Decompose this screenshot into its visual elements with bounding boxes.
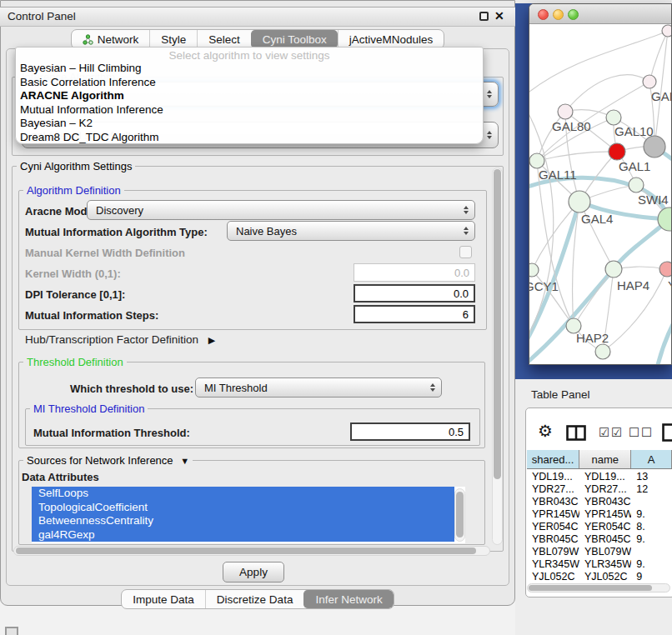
settings-vertical-scrollbar-thumb[interactable]	[494, 169, 501, 479]
algorithm-option[interactable]: Bayesian – K2	[16, 117, 483, 131]
minimized-panel-icon[interactable]	[5, 627, 18, 635]
network-node-gal11[interactable]	[529, 153, 544, 168]
network-node[interactable]	[644, 136, 665, 158]
column-header-name[interactable]: name	[579, 450, 631, 468]
column-header-a[interactable]: A	[631, 450, 672, 468]
table-row[interactable]: YDL19...YDL19...13	[527, 470, 672, 482]
table-row[interactable]: YBR045CYBR045C9.	[527, 532, 672, 545]
network-node-label: HAP4	[617, 278, 649, 292]
network-node-gcy1[interactable]	[529, 263, 539, 277]
combo-arrows-icon	[430, 383, 435, 392]
algorithm-popup-hint: Select algorithm to view settings	[16, 49, 483, 62]
table-cell: YLR345W	[527, 558, 579, 570]
tab-jactivemnodules[interactable]: jActiveMNodules	[338, 30, 444, 48]
table-row[interactable]: YER054CYER054C8.	[527, 520, 672, 532]
table-cell: YBR045C	[527, 533, 579, 545]
settings-gear-icon[interactable]: ⚙	[538, 421, 553, 441]
tab-cyni-toolbox[interactable]: Cyni Toolbox	[251, 30, 338, 48]
table-panel-title: Table Panel	[531, 388, 590, 401]
network-node-label: Y	[668, 278, 671, 292]
tab-infer-network[interactable]: Infer Network	[303, 590, 393, 608]
network-node-swi4[interactable]	[629, 178, 644, 192]
network-node-gal10[interactable]	[606, 110, 621, 125]
table-row[interactable]: YPR145WYPR145W9.	[527, 508, 672, 520]
mi-algorithm-type-combo[interactable]: Naive Bayes	[227, 221, 475, 241]
mi-threshold-input[interactable]: 0.5	[350, 422, 470, 441]
table-cell: 9.	[631, 533, 672, 545]
network-node-gal[interactable]	[643, 75, 656, 88]
column-header-shared-[interactable]: shared...	[527, 450, 579, 468]
attribute-list-item[interactable]: SelfLoops	[32, 487, 454, 501]
algorithm-option[interactable]: Basic Correlation Inference	[16, 76, 483, 90]
attributes-scrollbar-thumb[interactable]	[456, 492, 464, 538]
sources-toggle[interactable]: Sources for Network Inference ▼	[23, 454, 193, 467]
table-cell: YPR145W	[579, 508, 631, 520]
algorithm-option[interactable]: Mutual Information Inference	[16, 103, 483, 118]
network-node-label: GAL80	[552, 119, 591, 133]
manual-kernel-width-label: Manual Kernel Width Definition	[25, 247, 185, 259]
table-row[interactable]: YBR043CYBR043C	[527, 495, 672, 508]
tab-discretize-data[interactable]: Discretize Data	[205, 590, 304, 608]
tab-style[interactable]: Style	[149, 30, 197, 48]
float-window-button[interactable]	[479, 12, 489, 21]
table-cell: 9.	[631, 558, 672, 570]
table-body: YDL19...YDL19...13YDR27...YDR27...12YBR0…	[527, 470, 672, 582]
expand-down-icon: ▼	[180, 456, 189, 466]
select-all-icon[interactable]: ☑☑	[599, 426, 624, 439]
minimize-window-icon[interactable]	[553, 9, 564, 20]
algorithm-option[interactable]: Dream8 DC_TDC Algorithm	[16, 131, 483, 145]
table-row[interactable]: YLR345WYLR345W9.	[527, 558, 672, 570]
tab-impute-data[interactable]: Impute Data	[122, 590, 205, 608]
table-cell: 9.	[631, 508, 672, 520]
table-row[interactable]: YJL052CYJL052C9	[527, 570, 672, 582]
network-node-label: GCY1	[529, 279, 559, 293]
aracne-mode-combo[interactable]: Discovery	[87, 200, 475, 220]
tab-label: Discretize Data	[217, 593, 293, 606]
apply-button[interactable]: Apply	[223, 562, 284, 582]
network-node-gal4[interactable]	[569, 191, 590, 212]
network-node-y[interactable]	[659, 262, 671, 277]
close-panel-button[interactable]: ✕	[494, 9, 504, 22]
deselect-all-icon[interactable]: ☐☐	[629, 426, 654, 439]
tab-select[interactable]: Select	[197, 30, 251, 48]
network-canvas[interactable]: GALGAL80GAL10GAL1GAL11SWI4GAL4GCY1HAP4YH…	[529, 24, 671, 364]
expand-right-icon: ▶	[208, 335, 215, 345]
manual-kernel-width-checkbox[interactable]	[459, 246, 472, 258]
screen: Control Panel ✕ NetworkStyleSelectCyni T…	[0, 0, 672, 635]
kernel-width-label: Kernel Width (0,1):	[25, 268, 121, 280]
table-icon[interactable]	[662, 423, 672, 442]
table-row[interactable]: YDR27...YDR27...12	[527, 482, 672, 495]
network-edge	[652, 312, 671, 364]
network-window-titlebar[interactable]	[529, 4, 671, 24]
mi-algorithm-type-value: Naive Bayes	[236, 225, 297, 238]
combo-arrows-icon	[487, 90, 492, 98]
attribute-list-item[interactable]: BetweennessCentrality	[32, 514, 454, 528]
dpi-tolerance-input[interactable]: 0.0	[354, 284, 475, 302]
table-row[interactable]: YBL079WYBL079W	[527, 545, 672, 558]
table-horizontal-scrollbar-thumb[interactable]	[529, 585, 652, 591]
network-node[interactable]	[595, 344, 610, 359]
table-cell: YBL079W	[579, 546, 631, 558]
network-node-hap4[interactable]	[605, 261, 622, 278]
kernel-width-input[interactable]: 0.0	[354, 263, 475, 282]
attribute-list-item[interactable]: TopologicalCoefficient	[32, 501, 454, 515]
network-node[interactable]	[662, 25, 671, 37]
zoom-window-icon[interactable]	[568, 9, 579, 20]
hub-definition-toggle[interactable]: Hub/Transcription Factor Definition ▶	[25, 333, 215, 346]
mi-steps-input[interactable]: 6	[354, 305, 475, 323]
columns-icon[interactable]	[566, 425, 586, 441]
algorithm-option[interactable]: Bayesian – Hill Climbing	[16, 62, 483, 76]
close-window-icon[interactable]	[538, 9, 549, 20]
table-cell: YDR27...	[579, 483, 631, 495]
network-node-gal80[interactable]	[558, 104, 573, 119]
aracne-mode-value: Discovery	[96, 204, 143, 217]
table-cell: YDL19...	[579, 471, 631, 482]
algorithm-option[interactable]: ARACNE Algorithm	[16, 89, 483, 103]
network-node-label: GAL11	[539, 168, 577, 182]
tab-network[interactable]: Network	[72, 30, 150, 48]
settings-horizontal-scrollbar-thumb[interactable]	[16, 548, 476, 554]
which-threshold-combo[interactable]: MI Threshold	[195, 378, 442, 398]
network-icon	[83, 34, 93, 45]
network-node-gal1[interactable]	[609, 143, 625, 160]
attribute-list-item[interactable]: gal4RGexp	[32, 528, 454, 542]
